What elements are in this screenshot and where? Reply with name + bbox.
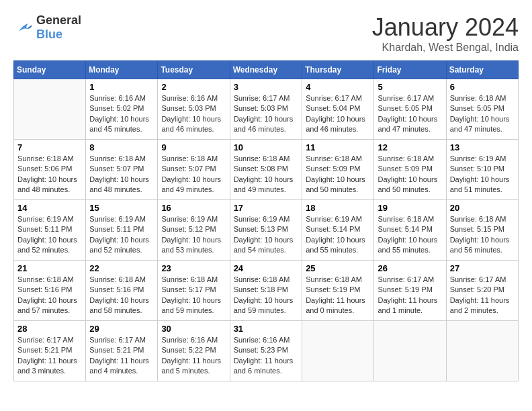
day-number: 30 — [161, 324, 226, 334]
day-info: Sunrise: 6:18 AMSunset: 5:17 PMDaylight:… — [161, 275, 226, 316]
weekday-header: Wednesday — [230, 61, 302, 79]
calendar-cell: 24Sunrise: 6:18 AMSunset: 5:18 PMDayligh… — [230, 261, 302, 321]
day-info: Sunrise: 6:16 AMSunset: 5:22 PMDaylight:… — [161, 335, 226, 377]
day-info: Sunrise: 6:16 AMSunset: 5:02 PMDaylight:… — [89, 93, 154, 135]
day-info: Sunrise: 6:18 AMSunset: 5:09 PMDaylight:… — [306, 154, 370, 195]
day-info: Sunrise: 6:16 AMSunset: 5:03 PMDaylight:… — [161, 93, 226, 135]
calendar-cell: 6Sunrise: 6:18 AMSunset: 5:05 PMDaylight… — [446, 79, 518, 140]
calendar-cell: 1Sunrise: 6:16 AMSunset: 5:02 PMDaylight… — [86, 79, 158, 140]
day-info: Sunrise: 6:18 AMSunset: 5:16 PMDaylight:… — [17, 275, 82, 316]
day-info: Sunrise: 6:17 AMSunset: 5:03 PMDaylight:… — [234, 93, 299, 135]
day-info: Sunrise: 6:17 AMSunset: 5:05 PMDaylight:… — [378, 93, 442, 135]
calendar-cell: 7Sunrise: 6:18 AMSunset: 5:06 PMDaylight… — [14, 140, 86, 200]
day-number: 20 — [450, 203, 515, 213]
calendar-cell: 28Sunrise: 6:17 AMSunset: 5:21 PMDayligh… — [14, 321, 86, 381]
calendar-cell — [446, 321, 518, 381]
day-number: 14 — [17, 203, 82, 213]
day-info: Sunrise: 6:19 AMSunset: 5:10 PMDaylight:… — [450, 154, 515, 195]
day-info: Sunrise: 6:18 AMSunset: 5:14 PMDaylight:… — [378, 214, 442, 256]
day-info: Sunrise: 6:17 AMSunset: 5:20 PMDaylight:… — [450, 275, 515, 316]
week-row: 28Sunrise: 6:17 AMSunset: 5:21 PMDayligh… — [14, 321, 519, 381]
day-info: Sunrise: 6:18 AMSunset: 5:06 PMDaylight:… — [17, 154, 82, 195]
week-row: 1Sunrise: 6:16 AMSunset: 5:02 PMDaylight… — [14, 79, 519, 140]
day-number: 17 — [234, 203, 299, 213]
day-info: Sunrise: 6:19 AMSunset: 5:11 PMDaylight:… — [17, 214, 82, 256]
weekday-header: Monday — [86, 61, 158, 79]
calendar-cell: 15Sunrise: 6:19 AMSunset: 5:11 PMDayligh… — [86, 200, 158, 261]
day-info: Sunrise: 6:18 AMSunset: 5:19 PMDaylight:… — [306, 275, 370, 316]
day-number: 25 — [306, 263, 370, 273]
logo-bird-icon — [13, 19, 34, 36]
day-number: 5 — [378, 82, 442, 92]
calendar-cell: 23Sunrise: 6:18 AMSunset: 5:17 PMDayligh… — [158, 261, 230, 321]
calendar-cell — [14, 79, 86, 140]
calendar-cell: 9Sunrise: 6:18 AMSunset: 5:07 PMDaylight… — [158, 140, 230, 200]
calendar-cell: 17Sunrise: 6:19 AMSunset: 5:13 PMDayligh… — [230, 200, 302, 261]
logo-general: General — [36, 13, 81, 28]
day-number: 7 — [17, 142, 82, 152]
day-number: 4 — [306, 82, 370, 92]
day-info: Sunrise: 6:18 AMSunset: 5:07 PMDaylight:… — [161, 154, 226, 195]
calendar-cell: 18Sunrise: 6:19 AMSunset: 5:14 PMDayligh… — [302, 200, 374, 261]
calendar-cell: 12Sunrise: 6:18 AMSunset: 5:09 PMDayligh… — [374, 140, 446, 200]
calendar-cell: 14Sunrise: 6:19 AMSunset: 5:11 PMDayligh… — [14, 200, 86, 261]
day-number: 21 — [17, 263, 82, 273]
day-info: Sunrise: 6:19 AMSunset: 5:13 PMDaylight:… — [234, 214, 299, 256]
calendar-cell: 13Sunrise: 6:19 AMSunset: 5:10 PMDayligh… — [446, 140, 518, 200]
day-info: Sunrise: 6:18 AMSunset: 5:16 PMDaylight:… — [89, 275, 154, 316]
day-number: 23 — [161, 263, 226, 273]
day-info: Sunrise: 6:17 AMSunset: 5:21 PMDaylight:… — [17, 335, 82, 377]
calendar-cell: 8Sunrise: 6:18 AMSunset: 5:07 PMDaylight… — [86, 140, 158, 200]
day-info: Sunrise: 6:16 AMSunset: 5:23 PMDaylight:… — [234, 335, 299, 377]
day-number: 27 — [450, 263, 515, 273]
day-number: 9 — [161, 142, 226, 152]
day-number: 19 — [378, 203, 442, 213]
calendar-cell: 21Sunrise: 6:18 AMSunset: 5:16 PMDayligh… — [14, 261, 86, 321]
calendar-cell: 30Sunrise: 6:16 AMSunset: 5:22 PMDayligh… — [158, 321, 230, 381]
day-number: 13 — [450, 142, 515, 152]
day-info: Sunrise: 6:18 AMSunset: 5:05 PMDaylight:… — [450, 93, 515, 135]
day-info: Sunrise: 6:18 AMSunset: 5:18 PMDaylight:… — [234, 275, 299, 316]
day-number: 31 — [234, 324, 299, 334]
day-number: 28 — [17, 324, 82, 334]
day-number: 18 — [306, 203, 370, 213]
week-row: 14Sunrise: 6:19 AMSunset: 5:11 PMDayligh… — [14, 200, 519, 261]
day-number: 12 — [378, 142, 442, 152]
week-row: 7Sunrise: 6:18 AMSunset: 5:06 PMDaylight… — [14, 140, 519, 200]
calendar-cell: 31Sunrise: 6:16 AMSunset: 5:23 PMDayligh… — [230, 321, 302, 381]
calendar-cell: 26Sunrise: 6:17 AMSunset: 5:19 PMDayligh… — [374, 261, 446, 321]
calendar-cell: 3Sunrise: 6:17 AMSunset: 5:03 PMDaylight… — [230, 79, 302, 140]
day-info: Sunrise: 6:18 AMSunset: 5:07 PMDaylight:… — [89, 154, 154, 195]
week-row: 21Sunrise: 6:18 AMSunset: 5:16 PMDayligh… — [14, 261, 519, 321]
location-subtitle: Khardah, West Bengal, India — [372, 42, 519, 54]
weekday-header: Friday — [374, 61, 446, 79]
calendar-cell: 29Sunrise: 6:17 AMSunset: 5:21 PMDayligh… — [86, 321, 158, 381]
calendar-cell: 16Sunrise: 6:19 AMSunset: 5:12 PMDayligh… — [158, 200, 230, 261]
day-number: 26 — [378, 263, 442, 273]
logo-blue: Blue — [36, 28, 62, 41]
day-info: Sunrise: 6:17 AMSunset: 5:04 PMDaylight:… — [306, 93, 370, 135]
calendar-cell: 11Sunrise: 6:18 AMSunset: 5:09 PMDayligh… — [302, 140, 374, 200]
day-info: Sunrise: 6:18 AMSunset: 5:15 PMDaylight:… — [450, 214, 515, 256]
day-number: 2 — [161, 82, 226, 92]
day-number: 22 — [89, 263, 154, 273]
month-title: January 2024 — [372, 13, 519, 42]
weekday-header: Thursday — [302, 61, 374, 79]
day-info: Sunrise: 6:19 AMSunset: 5:11 PMDaylight:… — [89, 214, 154, 256]
header-title-block: January 2024 Khardah, West Bengal, India — [372, 13, 519, 54]
day-number: 15 — [89, 203, 154, 213]
day-number: 1 — [89, 82, 154, 92]
calendar-cell: 22Sunrise: 6:18 AMSunset: 5:16 PMDayligh… — [86, 261, 158, 321]
day-number: 10 — [234, 142, 299, 152]
day-info: Sunrise: 6:18 AMSunset: 5:08 PMDaylight:… — [234, 154, 299, 195]
day-number: 3 — [234, 82, 299, 92]
day-number: 6 — [450, 82, 515, 92]
weekday-header: Tuesday — [158, 61, 230, 79]
calendar-cell — [302, 321, 374, 381]
day-info: Sunrise: 6:19 AMSunset: 5:12 PMDaylight:… — [161, 214, 226, 256]
weekday-header: Sunday — [14, 61, 86, 79]
day-info: Sunrise: 6:17 AMSunset: 5:19 PMDaylight:… — [378, 275, 442, 316]
calendar-cell: 25Sunrise: 6:18 AMSunset: 5:19 PMDayligh… — [302, 261, 374, 321]
calendar-cell: 10Sunrise: 6:18 AMSunset: 5:08 PMDayligh… — [230, 140, 302, 200]
calendar-cell: 27Sunrise: 6:17 AMSunset: 5:20 PMDayligh… — [446, 261, 518, 321]
